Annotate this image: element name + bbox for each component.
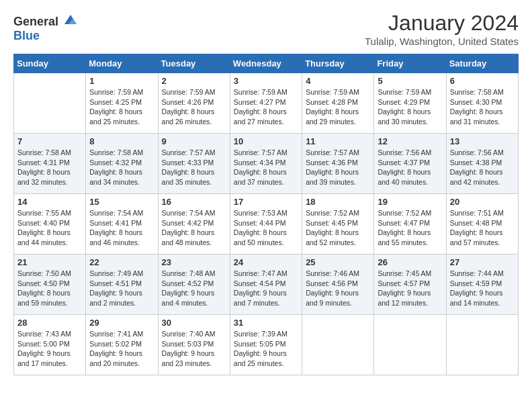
day-number: 26	[378, 257, 442, 267]
cell-content: Sunrise: 7:52 AMSunset: 4:47 PMDaylight:…	[378, 208, 442, 248]
calendar-cell: 8Sunrise: 7:58 AMSunset: 4:32 PMDaylight…	[86, 134, 158, 194]
logo-icon	[63, 13, 78, 26]
cell-content: Sunrise: 7:41 AMSunset: 5:02 PMDaylight:…	[89, 329, 154, 369]
cell-content: Sunrise: 7:48 AMSunset: 4:52 PMDaylight:…	[162, 269, 226, 308]
calendar-cell: 5Sunrise: 7:59 AMSunset: 4:29 PMDaylight…	[374, 73, 446, 134]
calendar-cell: 20Sunrise: 7:51 AMSunset: 4:48 PMDayligh…	[446, 194, 518, 255]
calendar-week-3: 14Sunrise: 7:55 AMSunset: 4:40 PMDayligh…	[14, 194, 519, 255]
calendar-week-5: 28Sunrise: 7:43 AMSunset: 5:00 PMDayligh…	[14, 315, 519, 375]
calendar-cell: 12Sunrise: 7:56 AMSunset: 4:37 PMDayligh…	[374, 134, 446, 194]
cell-content: Sunrise: 7:44 AMSunset: 4:59 PMDaylight:…	[450, 269, 515, 308]
weekday-header-friday: Friday	[374, 54, 446, 73]
calendar-cell: 19Sunrise: 7:52 AMSunset: 4:47 PMDayligh…	[374, 194, 446, 255]
day-number: 25	[306, 257, 370, 267]
day-number: 15	[89, 197, 154, 207]
calendar-cell: 30Sunrise: 7:40 AMSunset: 5:03 PMDayligh…	[158, 315, 230, 375]
calendar-cell: 29Sunrise: 7:41 AMSunset: 5:02 PMDayligh…	[86, 315, 158, 375]
day-number: 1	[89, 76, 154, 86]
calendar-cell: 25Sunrise: 7:46 AMSunset: 4:56 PMDayligh…	[302, 255, 374, 315]
calendar-cell: 23Sunrise: 7:48 AMSunset: 4:52 PMDayligh…	[158, 255, 230, 315]
cell-content: Sunrise: 7:56 AMSunset: 4:37 PMDaylight:…	[378, 148, 442, 187]
weekday-header-saturday: Saturday	[446, 54, 518, 73]
day-number: 27	[450, 257, 515, 267]
day-number: 10	[234, 136, 298, 146]
cell-content: Sunrise: 7:46 AMSunset: 4:56 PMDaylight:…	[306, 269, 370, 308]
day-number: 30	[162, 318, 226, 328]
cell-content: Sunrise: 7:53 AMSunset: 4:44 PMDaylight:…	[234, 208, 298, 248]
calendar-cell: 4Sunrise: 7:59 AMSunset: 4:28 PMDaylight…	[302, 73, 374, 134]
day-number: 4	[306, 76, 370, 86]
cell-content: Sunrise: 7:52 AMSunset: 4:45 PMDaylight:…	[306, 208, 370, 248]
cell-content: Sunrise: 7:40 AMSunset: 5:03 PMDaylight:…	[162, 329, 226, 369]
calendar-cell: 24Sunrise: 7:47 AMSunset: 4:54 PMDayligh…	[230, 255, 302, 315]
logo: General Blue	[13, 13, 78, 43]
cell-content: Sunrise: 7:59 AMSunset: 4:25 PMDaylight:…	[89, 87, 154, 127]
day-number: 5	[378, 76, 442, 86]
cell-content: Sunrise: 7:57 AMSunset: 4:34 PMDaylight:…	[234, 148, 298, 187]
calendar-cell	[374, 315, 446, 375]
calendar-cell: 16Sunrise: 7:54 AMSunset: 4:42 PMDayligh…	[158, 194, 230, 255]
day-number: 6	[450, 76, 515, 86]
calendar-cell: 28Sunrise: 7:43 AMSunset: 5:00 PMDayligh…	[14, 315, 86, 375]
cell-content: Sunrise: 7:54 AMSunset: 4:41 PMDaylight:…	[89, 208, 154, 248]
calendar-cell: 6Sunrise: 7:58 AMSunset: 4:30 PMDaylight…	[446, 73, 518, 134]
calendar-cell: 21Sunrise: 7:50 AMSunset: 4:50 PMDayligh…	[14, 255, 86, 315]
day-number: 22	[89, 257, 154, 267]
day-number: 14	[17, 197, 82, 207]
subtitle: Tulalip, Washington, United States	[365, 36, 519, 47]
day-number: 11	[306, 136, 370, 146]
day-number: 17	[234, 197, 298, 207]
day-number: 12	[378, 136, 442, 146]
cell-content: Sunrise: 7:58 AMSunset: 4:31 PMDaylight:…	[17, 148, 82, 187]
weekday-header-wednesday: Wednesday	[230, 54, 302, 73]
day-number: 28	[17, 318, 82, 328]
weekday-header-thursday: Thursday	[302, 54, 374, 73]
cell-content: Sunrise: 7:57 AMSunset: 4:33 PMDaylight:…	[162, 148, 226, 187]
calendar-cell: 14Sunrise: 7:55 AMSunset: 4:40 PMDayligh…	[14, 194, 86, 255]
calendar-cell	[446, 315, 518, 375]
cell-content: Sunrise: 7:58 AMSunset: 4:32 PMDaylight:…	[89, 148, 154, 187]
day-number: 31	[234, 318, 298, 328]
cell-content: Sunrise: 7:57 AMSunset: 4:36 PMDaylight:…	[306, 148, 370, 187]
cell-content: Sunrise: 7:59 AMSunset: 4:26 PMDaylight:…	[162, 87, 226, 127]
day-number: 19	[378, 197, 442, 207]
day-number: 24	[234, 257, 298, 267]
calendar-cell: 15Sunrise: 7:54 AMSunset: 4:41 PMDayligh…	[86, 194, 158, 255]
cell-content: Sunrise: 7:54 AMSunset: 4:42 PMDaylight:…	[162, 208, 226, 248]
calendar-cell: 17Sunrise: 7:53 AMSunset: 4:44 PMDayligh…	[230, 194, 302, 255]
calendar-cell: 13Sunrise: 7:56 AMSunset: 4:38 PMDayligh…	[446, 134, 518, 194]
cell-content: Sunrise: 7:49 AMSunset: 4:51 PMDaylight:…	[89, 269, 154, 308]
calendar-table: SundayMondayTuesdayWednesdayThursdayFrid…	[13, 54, 519, 375]
day-number: 8	[89, 136, 154, 146]
cell-content: Sunrise: 7:47 AMSunset: 4:54 PMDaylight:…	[234, 269, 298, 308]
calendar-cell	[14, 73, 86, 134]
calendar-week-4: 21Sunrise: 7:50 AMSunset: 4:50 PMDayligh…	[14, 255, 519, 315]
main-title: January 2024	[365, 11, 519, 36]
cell-content: Sunrise: 7:50 AMSunset: 4:50 PMDaylight:…	[17, 269, 82, 308]
weekday-header-row: SundayMondayTuesdayWednesdayThursdayFrid…	[14, 54, 519, 73]
calendar-cell: 3Sunrise: 7:59 AMSunset: 4:27 PMDaylight…	[230, 73, 302, 134]
calendar-cell: 2Sunrise: 7:59 AMSunset: 4:26 PMDaylight…	[158, 73, 230, 134]
calendar-cell: 1Sunrise: 7:59 AMSunset: 4:25 PMDaylight…	[86, 73, 158, 134]
logo-blue: Blue	[13, 29, 40, 42]
calendar-cell: 31Sunrise: 7:39 AMSunset: 5:05 PMDayligh…	[230, 315, 302, 375]
calendar-week-1: 1Sunrise: 7:59 AMSunset: 4:25 PMDaylight…	[14, 73, 519, 134]
day-number: 13	[450, 136, 515, 146]
day-number: 9	[162, 136, 226, 146]
cell-content: Sunrise: 7:58 AMSunset: 4:30 PMDaylight:…	[450, 87, 515, 127]
title-area: January 2024 Tulalip, Washington, United…	[365, 11, 519, 47]
cell-content: Sunrise: 7:56 AMSunset: 4:38 PMDaylight:…	[450, 148, 515, 187]
calendar-cell: 22Sunrise: 7:49 AMSunset: 4:51 PMDayligh…	[86, 255, 158, 315]
calendar-cell: 7Sunrise: 7:58 AMSunset: 4:31 PMDaylight…	[14, 134, 86, 194]
calendar-cell: 9Sunrise: 7:57 AMSunset: 4:33 PMDaylight…	[158, 134, 230, 194]
cell-content: Sunrise: 7:45 AMSunset: 4:57 PMDaylight:…	[378, 269, 442, 308]
cell-content: Sunrise: 7:59 AMSunset: 4:28 PMDaylight:…	[306, 87, 370, 127]
calendar-cell: 26Sunrise: 7:45 AMSunset: 4:57 PMDayligh…	[374, 255, 446, 315]
day-number: 29	[89, 318, 154, 328]
day-number: 7	[17, 136, 82, 146]
day-number: 23	[162, 257, 226, 267]
cell-content: Sunrise: 7:59 AMSunset: 4:29 PMDaylight:…	[378, 87, 442, 127]
calendar-week-2: 7Sunrise: 7:58 AMSunset: 4:31 PMDaylight…	[14, 134, 519, 194]
day-number: 21	[17, 257, 82, 267]
day-number: 20	[450, 197, 515, 207]
